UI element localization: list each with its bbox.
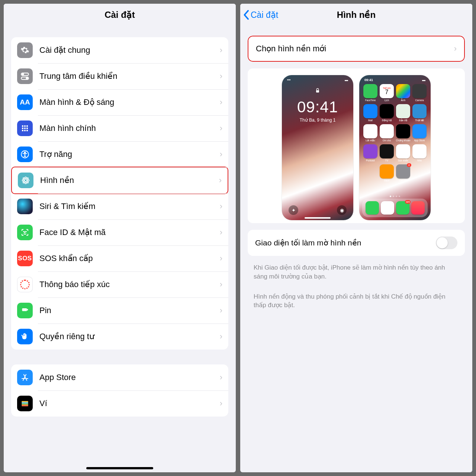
- chevron-right-icon: ›: [220, 123, 222, 133]
- svg-point-19: [28, 180, 29, 181]
- chevron-right-icon: ›: [219, 176, 222, 185]
- page-title: Hình nền: [337, 10, 376, 20]
- row-label: Trợ năng: [39, 149, 220, 159]
- accessibility-icon: [17, 147, 33, 162]
- siri-icon: [17, 199, 33, 214]
- home-indicator[interactable]: [86, 467, 153, 469]
- svg-point-20: [23, 178, 24, 179]
- svg-rect-7: [22, 128, 23, 129]
- svg-point-16: [25, 177, 26, 178]
- row-label: Quyền riêng tư: [39, 332, 220, 341]
- svg-rect-11: [24, 130, 26, 131]
- row-display-brightness[interactable]: AA Màn hình & Độ sáng ›: [11, 89, 228, 115]
- row-siri-search[interactable]: Siri & Tìm kiếm ›: [11, 193, 228, 219]
- chevron-right-icon: ›: [220, 373, 222, 382]
- row-label: Face ID & Mật mã: [39, 228, 220, 237]
- svg-point-25: [26, 231, 26, 232]
- row-sos[interactable]: SOS SOS khẩn cấp ›: [11, 245, 228, 271]
- app-grid: FaceTime THỨ HAI7Lịch Ảnh Camera Mail Đồ…: [363, 84, 427, 182]
- lockscreen-preview[interactable]: •••▬ 09:41 Thứ Ba, 9 tháng 1 ✦ ◉: [282, 75, 353, 220]
- row-general[interactable]: Cài đặt chung ›: [11, 37, 228, 63]
- battery-icon: [17, 303, 33, 318]
- row-accessibility[interactable]: Trợ năng ›: [11, 141, 228, 167]
- svg-point-23: [27, 182, 28, 183]
- badge: 2: [407, 163, 411, 167]
- row-appstore[interactable]: App Store ›: [11, 364, 228, 390]
- row-privacy[interactable]: Quyền riêng tư ›: [11, 324, 228, 350]
- svg-rect-6: [26, 125, 28, 127]
- dim-wallpaper-toggle-row: Giao diện tối làm mờ hình nền: [248, 230, 465, 256]
- row-label: Thông báo tiếp xúc: [39, 280, 220, 289]
- row-control-center[interactable]: Trung tâm điều khiển ›: [11, 63, 228, 89]
- footer-note-1: Khi Giao diện tối được bật, iPhone sẽ là…: [240, 260, 472, 289]
- row-label: Ví: [39, 399, 220, 408]
- row-home-screen[interactable]: Màn hình chính ›: [11, 115, 228, 141]
- statusbar: 09:41▬: [359, 78, 431, 82]
- home-grid-icon: [17, 120, 33, 136]
- exposure-icon: [17, 277, 33, 292]
- navbar: Cài đặt Hình nền: [240, 4, 472, 26]
- row-label: App Store: [39, 373, 220, 382]
- row-wallpaper[interactable]: Hình nền ›: [11, 167, 228, 194]
- dim-switch[interactable]: [436, 237, 457, 249]
- footer-note-2: Hình nền động và thu phóng phối cảnh bị …: [240, 289, 472, 318]
- lock-date: Thứ Ba, 9 tháng 1: [282, 118, 353, 123]
- chevron-right-icon: ›: [220, 254, 222, 263]
- navbar: Cài đặt: [4, 4, 236, 26]
- dock: 124: [362, 199, 428, 217]
- wallpaper-previews: •••▬ 09:41 Thứ Ba, 9 tháng 1 ✦ ◉ 09:41▬ …: [248, 68, 465, 223]
- homescreen-preview[interactable]: 09:41▬ FaceTime THỨ HAI7Lịch Ảnh Camera …: [359, 75, 431, 220]
- row-battery[interactable]: Pin ›: [11, 298, 228, 324]
- svg-rect-8: [24, 128, 26, 129]
- chevron-right-icon: ›: [220, 202, 222, 211]
- svg-rect-26: [22, 308, 27, 311]
- chevron-right-icon: ›: [454, 44, 457, 54]
- chevron-right-icon: ›: [220, 399, 222, 408]
- wallpaper-screen: Cài đặt Hình nền Chọn hình nền mới › •••…: [240, 4, 472, 472]
- lock-time: 09:41: [282, 98, 353, 116]
- svg-point-14: [24, 152, 25, 153]
- svg-rect-32: [316, 90, 319, 93]
- switches-icon: [17, 68, 33, 84]
- svg-point-18: [22, 180, 24, 181]
- gear-icon: [17, 42, 33, 58]
- row-label: Pin: [39, 306, 220, 315]
- chevron-right-icon: ›: [220, 306, 222, 315]
- wallpaper-icon: [18, 173, 33, 188]
- svg-rect-10: [22, 130, 23, 131]
- row-faceid-passcode[interactable]: Face ID & Mật mã ›: [11, 219, 228, 245]
- svg-rect-4: [22, 125, 23, 127]
- flashlight-icon: ✦: [289, 205, 298, 215]
- settings-screen: Cài đặt Cài đặt chung › Trung tâm điều k…: [4, 4, 236, 472]
- chevron-right-icon: ›: [220, 280, 222, 289]
- back-label: Cài đặt: [251, 10, 278, 20]
- chevron-right-icon: ›: [220, 45, 222, 55]
- svg-rect-31: [22, 405, 28, 406]
- row-label: Chọn hình nền mới: [256, 44, 454, 54]
- row-label: Màn hình chính: [39, 123, 220, 133]
- page-title: Cài đặt: [104, 10, 135, 20]
- chevron-right-icon: ›: [220, 149, 222, 159]
- chevron-right-icon: ›: [220, 97, 222, 107]
- svg-point-1: [22, 74, 24, 75]
- chevron-right-icon: ›: [220, 332, 222, 341]
- row-exposure[interactable]: Thông báo tiếp xúc ›: [11, 271, 228, 298]
- svg-point-17: [25, 182, 26, 184]
- appstore-icon: [17, 370, 33, 385]
- svg-rect-27: [27, 309, 28, 310]
- row-label: Cài đặt chung: [39, 45, 220, 55]
- settings-list[interactable]: Cài đặt chung › Trung tâm điều khiển › A…: [4, 26, 236, 472]
- chevron-right-icon: ›: [220, 228, 222, 237]
- page-dots: [359, 196, 431, 197]
- row-label: Trung tâm điều khiển: [39, 71, 220, 81]
- sos-icon: SOS: [17, 251, 33, 266]
- back-button[interactable]: Cài đặt: [243, 10, 278, 20]
- svg-point-22: [23, 182, 24, 183]
- choose-new-wallpaper[interactable]: Chọn hình nền mới ›: [248, 36, 465, 62]
- row-wallet[interactable]: Ví ›: [11, 390, 228, 416]
- svg-point-15: [25, 179, 27, 182]
- preview-home-indicator: [305, 217, 331, 219]
- statusbar: •••▬: [282, 78, 353, 82]
- wallet-icon: [17, 396, 33, 411]
- toggle-label: Giao diện tối làm mờ hình nền: [255, 238, 436, 247]
